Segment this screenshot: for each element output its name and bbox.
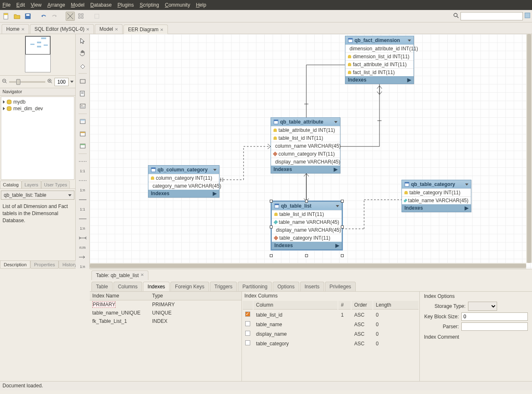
col-header: Type bbox=[150, 292, 241, 300]
itab-table[interactable]: Table bbox=[91, 282, 113, 291]
itab-foreign-keys[interactable]: Foreign Keys bbox=[170, 282, 209, 291]
toolbar bbox=[0, 10, 532, 22]
tab-layers[interactable]: Layers bbox=[22, 181, 41, 188]
rel-1n-tool-icon[interactable] bbox=[77, 176, 88, 186]
index-col-row[interactable]: table_categoryASC0 bbox=[243, 339, 419, 348]
svg-rect-35 bbox=[80, 144, 85, 145]
menu-database[interactable]: Database bbox=[90, 2, 111, 8]
itab-indexes[interactable]: Indexes bbox=[143, 282, 170, 291]
image-tool-icon[interactable] bbox=[77, 101, 88, 111]
itab-privileges[interactable]: Privileges bbox=[325, 282, 356, 291]
zoom-dropdown-icon[interactable] bbox=[70, 81, 74, 83]
grid-toggle-icon[interactable] bbox=[66, 12, 75, 21]
undo-icon[interactable] bbox=[39, 12, 48, 21]
index-row[interactable]: table_name_UNIQUE UNIQUE bbox=[90, 309, 241, 317]
menu-edit[interactable]: Edit bbox=[16, 2, 25, 8]
document-tabs: Home✕ SQL Editor (MySQL-0)✕ Model✕ EER D… bbox=[0, 22, 532, 34]
tab-sql-editor[interactable]: SQL Editor (MySQL-0)✕ bbox=[30, 24, 94, 34]
tab-catalog[interactable]: Catalog bbox=[0, 181, 22, 188]
layer-tool-icon[interactable] bbox=[77, 76, 88, 86]
scrollbar-horizontal[interactable] bbox=[90, 263, 526, 269]
itab-options[interactable]: Options bbox=[273, 282, 299, 291]
checkbox[interactable] bbox=[245, 340, 250, 345]
tab-home[interactable]: Home✕ bbox=[2, 24, 29, 34]
menu-view[interactable]: View bbox=[31, 2, 42, 8]
align-icon[interactable] bbox=[76, 12, 86, 21]
table-tool-icon[interactable] bbox=[77, 116, 88, 126]
menu-help[interactable]: Help bbox=[196, 2, 206, 8]
close-icon[interactable]: ✕ bbox=[86, 27, 89, 32]
db-item[interactable]: mydb bbox=[3, 99, 72, 105]
col-header: Index Name bbox=[90, 292, 150, 300]
index-row[interactable]: PRIMARY PRIMARY bbox=[90, 300, 241, 309]
search-input[interactable] bbox=[461, 12, 523, 20]
view-tool-icon[interactable] bbox=[77, 129, 88, 139]
redo-icon[interactable] bbox=[50, 12, 59, 21]
rel-pick-tool-icon[interactable] bbox=[77, 252, 88, 262]
entity-qb-table-attribute[interactable]: qb_table_attribute table_attribute_id IN… bbox=[271, 117, 340, 173]
entity-qb-fact-dimension[interactable]: qb_fact_dimension dimension_attribute_id… bbox=[345, 36, 414, 84]
itab-triggers[interactable]: Triggers bbox=[210, 282, 237, 291]
save-icon[interactable] bbox=[23, 12, 32, 21]
hand-tool-icon[interactable] bbox=[77, 48, 88, 58]
menu-arrange[interactable]: Arrange bbox=[47, 2, 65, 8]
index-col-row[interactable]: table_nameASC0 bbox=[243, 320, 419, 329]
parser-input[interactable] bbox=[461, 322, 528, 331]
print-icon[interactable] bbox=[92, 12, 101, 21]
itab-partitioning[interactable]: Partitioning bbox=[238, 282, 272, 291]
index-col-row[interactable]: display_nameASC0 bbox=[243, 330, 419, 338]
editor-tab[interactable]: Table: qb_table_list✕ bbox=[91, 270, 148, 280]
index-row[interactable]: fk_Table_List_1 INDEX bbox=[90, 317, 241, 325]
db-item[interactable]: mei_dim_dev bbox=[3, 105, 72, 112]
rel-1nid-tool-icon[interactable] bbox=[77, 214, 88, 224]
close-icon[interactable]: ✕ bbox=[115, 27, 118, 32]
itab-inserts[interactable]: Inserts bbox=[300, 282, 324, 291]
close-icon[interactable]: ✕ bbox=[140, 273, 144, 278]
checkbox[interactable] bbox=[245, 312, 250, 317]
menu-model[interactable]: Model bbox=[71, 2, 85, 8]
new-file-icon[interactable] bbox=[2, 12, 11, 21]
object-selector[interactable]: qb_table_list: Table bbox=[1, 191, 74, 200]
zoom-out-icon[interactable] bbox=[2, 78, 7, 85]
menu-file[interactable]: File bbox=[2, 2, 10, 8]
svg-rect-7 bbox=[81, 14, 83, 15]
minimap[interactable] bbox=[0, 34, 75, 76]
zoom-in-icon[interactable] bbox=[47, 78, 53, 85]
storage-type-select[interactable] bbox=[468, 302, 497, 311]
close-icon[interactable]: ✕ bbox=[160, 27, 163, 32]
search-options-icon[interactable] bbox=[525, 12, 530, 20]
itab-columns[interactable]: Columns bbox=[113, 282, 142, 291]
svg-line-12 bbox=[457, 16, 458, 18]
checkbox[interactable] bbox=[245, 321, 250, 326]
tab-description[interactable]: Description bbox=[0, 261, 30, 269]
routine-tool-icon[interactable] bbox=[77, 141, 88, 151]
open-file-icon[interactable] bbox=[12, 12, 22, 21]
tab-properties[interactable]: Properties bbox=[30, 261, 59, 269]
pointer-tool-icon[interactable] bbox=[77, 36, 88, 46]
rel-11id-tool-icon[interactable] bbox=[77, 195, 88, 205]
tab-eer-diagram[interactable]: EER Diagram✕ bbox=[123, 25, 168, 34]
checkbox[interactable] bbox=[245, 331, 250, 336]
key-block-size-input[interactable] bbox=[461, 312, 528, 321]
note-tool-icon[interactable] bbox=[77, 89, 88, 99]
menu-scripting[interactable]: Scripting bbox=[140, 2, 159, 8]
diagram-canvas[interactable]: qb_fact_dimension dimension_attribute_id… bbox=[90, 34, 532, 269]
scrollbar-vertical[interactable] bbox=[526, 34, 532, 263]
menu-community[interactable]: Community bbox=[165, 2, 190, 8]
index-list[interactable]: Index Name Type PRIMARY PRIMARY table_na… bbox=[90, 292, 242, 381]
close-icon[interactable]: ✕ bbox=[21, 27, 25, 32]
zoom-slider[interactable] bbox=[9, 81, 45, 83]
menu-plugins[interactable]: Plugins bbox=[118, 2, 134, 8]
tab-model[interactable]: Model✕ bbox=[95, 24, 123, 34]
navigator-tree[interactable]: mydb mei_dim_dev bbox=[1, 97, 74, 180]
entity-qb-table-list[interactable]: qb_table_list table_list_id INT(11) tabl… bbox=[271, 201, 342, 250]
index-col-row[interactable]: table_list_id1ASC0 bbox=[243, 310, 419, 319]
rel-nm-tool-icon[interactable] bbox=[77, 233, 88, 243]
tab-user-types[interactable]: User Types bbox=[41, 181, 70, 188]
eraser-tool-icon[interactable] bbox=[77, 61, 88, 71]
entity-qb-table-category[interactable]: qb_table_category table_category INT(11)… bbox=[401, 180, 471, 212]
rel-11-tool-icon[interactable] bbox=[77, 156, 88, 166]
tool-palette: 1:1 1:n 1:1 1:n n:m 1:n bbox=[76, 34, 90, 269]
zoom-input[interactable] bbox=[54, 78, 69, 86]
entity-qb-column-category[interactable]: qb_column_category column_category INT(1… bbox=[148, 165, 219, 198]
